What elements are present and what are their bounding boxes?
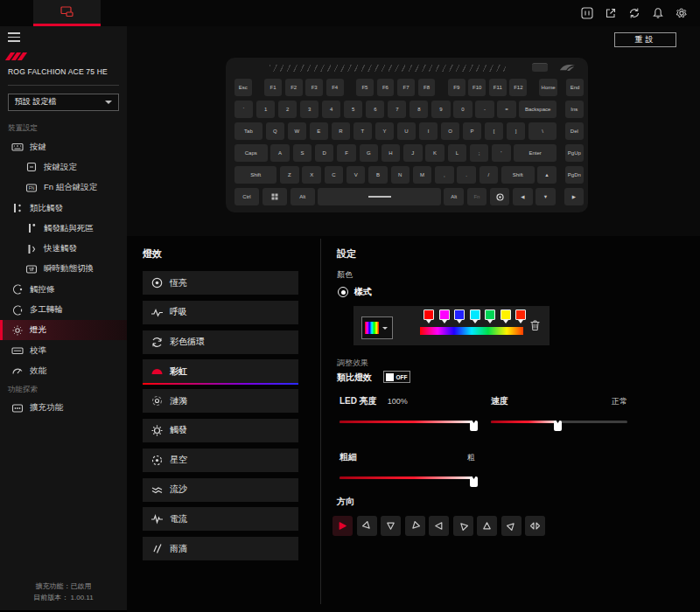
keyboard-key[interactable]: . [457, 166, 475, 184]
effect-item[interactable]: 呼吸 [143, 301, 298, 324]
keyboard-key[interactable]: Q [266, 122, 284, 140]
keyboard-key[interactable]: End [566, 79, 584, 96]
gradient-stop[interactable] [439, 309, 450, 320]
keyboard-key[interactable]: 7 [388, 101, 406, 118]
effect-item[interactable]: 漣漪 [143, 389, 298, 413]
keyboard-key[interactable]: / [480, 166, 498, 184]
slider-thumb[interactable] [554, 421, 562, 431]
share-icon[interactable] [604, 7, 617, 20]
direction-button-5[interactable] [453, 516, 473, 536]
grid-icon[interactable] [580, 7, 593, 20]
keyboard-key[interactable]: R [332, 122, 350, 140]
keyboard-key[interactable]: W [288, 122, 306, 140]
keyboard-key[interactable]: \ [528, 122, 556, 140]
sidebar-item[interactable]: 快速觸發 [0, 239, 127, 259]
keyboard-key[interactable]: C [325, 166, 343, 184]
profile-dropdown[interactable]: 預設 設定檔 [8, 94, 119, 111]
effect-item[interactable]: 彩色循環 [143, 330, 298, 354]
keyboard-key[interactable]: ▼ [536, 188, 555, 205]
keyboard-key[interactable]: - [475, 101, 494, 118]
keyboard-key[interactable]: F7 [397, 79, 415, 96]
keyboard-key[interactable]: Backspace [519, 101, 556, 118]
gradient-preset-dropdown[interactable] [361, 316, 393, 339]
slider-track[interactable] [340, 421, 475, 423]
gradient-stop[interactable] [500, 309, 511, 320]
direction-button-2[interactable] [381, 516, 401, 536]
copilot-key[interactable] [490, 188, 509, 205]
keyboard-key[interactable]: M [413, 166, 431, 184]
keyboard-key[interactable]: P [463, 122, 481, 140]
sidebar-item[interactable]: 按鍵 [0, 137, 127, 157]
keyboard-key[interactable]: ▲ [537, 166, 556, 184]
keyboard-key[interactable]: ' [492, 144, 510, 162]
keyboard-key[interactable]: S [293, 144, 312, 162]
gradient-stop[interactable] [485, 309, 495, 320]
trash-icon[interactable] [529, 319, 541, 331]
keyboard-key[interactable]: J [403, 144, 422, 162]
slider-thumb[interactable] [470, 421, 478, 431]
keyboard-key[interactable]: = [497, 101, 515, 118]
direction-button-0[interactable] [332, 516, 353, 536]
effect-item[interactable]: 電流 [143, 507, 298, 531]
keyboard-key[interactable]: N [391, 166, 410, 184]
sidebar-item[interactable]: FNFn 組合鍵設定 [0, 177, 127, 198]
keyboard-key[interactable]: ◀ [513, 188, 532, 205]
gradient-bar[interactable] [420, 327, 523, 335]
direction-button-4[interactable] [429, 516, 449, 536]
keyboard-key[interactable]: 8 [410, 101, 428, 118]
sidebar-item[interactable]: 多工轉輪 [0, 300, 127, 320]
keyboard-key[interactable]: 4 [322, 101, 340, 118]
device-tab[interactable] [33, 0, 101, 26]
keyboard-key[interactable]: ` [234, 101, 253, 118]
sidebar-item[interactable]: 類比觸發 [0, 198, 127, 218]
style-radio[interactable] [338, 287, 348, 297]
keyboard-key[interactable]: E [310, 122, 328, 140]
slider-track[interactable] [491, 421, 627, 423]
keyboard-key[interactable]: Home [539, 79, 558, 96]
effect-item[interactable]: 觸發 [143, 419, 298, 442]
keyboard-key[interactable]: F5 [356, 79, 374, 96]
keyboard-key[interactable]: 3 [300, 101, 318, 118]
keyboard-key[interactable]: F4 [326, 79, 344, 96]
direction-button-7[interactable] [501, 516, 522, 536]
keyboard-key[interactable]: Alt [290, 188, 315, 205]
keyboard-key[interactable]: L [448, 144, 466, 162]
sidebar-item[interactable]: 校準 [0, 340, 127, 360]
analog-lighting-toggle[interactable]: OFF [383, 371, 410, 383]
effect-item[interactable]: 雨滴 [143, 537, 298, 560]
keyboard-key[interactable]: Shift [501, 166, 535, 184]
keyboard-key[interactable]: 6 [366, 101, 384, 118]
effect-item[interactable]: 星空 [143, 449, 298, 472]
gradient-stop[interactable] [424, 309, 434, 320]
keyboard-key[interactable]: F3 [305, 79, 323, 96]
keyboard-key[interactable]: , [435, 166, 453, 184]
keyboard-key[interactable]: V [346, 166, 365, 184]
effect-item[interactable]: 彩虹 [143, 359, 298, 383]
gradient-stop[interactable] [515, 309, 526, 320]
gradient-stop[interactable] [454, 309, 465, 320]
sidebar-item[interactable]: 觸發點與死區 [0, 219, 127, 239]
keyboard-key[interactable]: I [419, 122, 438, 140]
keyboard-key[interactable]: 9 [431, 101, 450, 118]
keyboard-key[interactable]: F [337, 144, 355, 162]
keyboard-key[interactable]: ] [507, 122, 525, 140]
keyboard-key[interactable]: F11 [489, 79, 507, 96]
direction-button-6[interactable] [477, 516, 497, 536]
sidebar-item[interactable]: 效能 [0, 361, 127, 381]
keyboard-key[interactable]: F10 [468, 79, 486, 96]
direction-button-3[interactable] [405, 516, 425, 536]
keyboard-key[interactable]: 1 [256, 101, 275, 118]
keyboard-key[interactable]: G [360, 144, 378, 162]
sidebar-item[interactable]: 燈光 [0, 320, 127, 340]
sidebar-item[interactable]: 瞬時動態切換 [0, 259, 127, 279]
reset-button[interactable]: 重設 [614, 32, 676, 47]
sync-icon[interactable] [627, 7, 640, 20]
slider-thumb[interactable] [470, 476, 478, 487]
keyboard-key[interactable]: Ctrl [234, 188, 259, 205]
menu-icon[interactable] [8, 32, 20, 42]
gradient-stop[interactable] [470, 309, 480, 320]
keyboard-key[interactable]: Enter [514, 144, 556, 162]
keyboard-key[interactable]: ▶ [564, 188, 584, 205]
keyboard-key[interactable]: F1 [264, 79, 282, 96]
keyboard-key[interactable] [318, 188, 440, 205]
